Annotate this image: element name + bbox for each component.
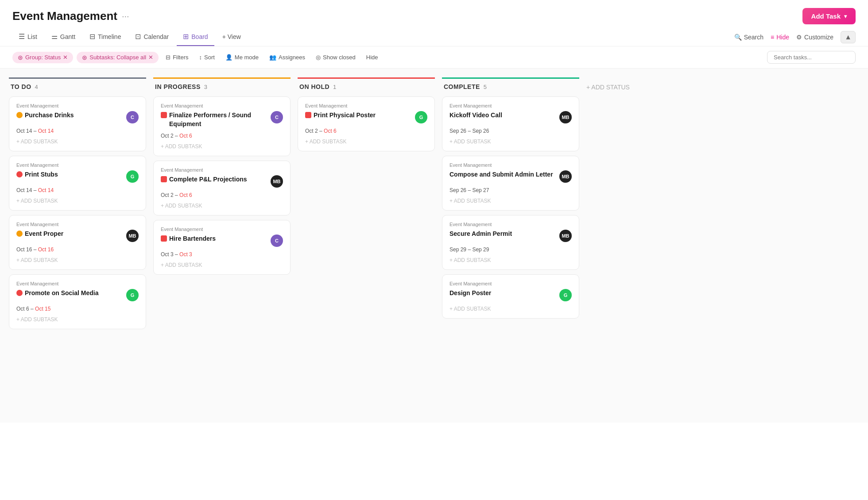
date-end: Oct 6 [179, 133, 192, 139]
add-subtask-button[interactable]: + ADD SUBTASK [161, 203, 283, 209]
add-task-button[interactable]: Add Task ▾ [802, 8, 856, 24]
more-icon[interactable]: ··· [122, 11, 129, 21]
card-title-row: Print Stubs G [16, 170, 139, 183]
date-end: Oct 16 [38, 246, 54, 253]
column-inprogress: IN PROGRESS 3 Event Management Finalize … [153, 77, 291, 414]
date-separator: – [34, 246, 38, 253]
status-dot-red [305, 112, 311, 118]
hide-toolbar-button[interactable]: Hide [363, 52, 382, 63]
column-todo: TO DO 4 Event Management Purchase Drinks… [9, 77, 146, 414]
page-title: Event Management [12, 9, 117, 23]
avatar: G [126, 289, 139, 301]
collapse-button[interactable]: ▲ [841, 31, 856, 43]
add-subtask-button[interactable]: + ADD SUBTASK [450, 306, 572, 312]
task-card[interactable]: Event Management Complete P&L Projection… [153, 161, 291, 215]
date-end: Sep 26 [472, 128, 489, 134]
task-card[interactable]: Event Management Finalize Performers / S… [153, 96, 291, 156]
column-count-complete: 5 [484, 84, 487, 90]
card-title-text: Finalize Performers / Sound Equipment [169, 111, 267, 128]
task-card[interactable]: Event Management Event Proper MB Oct 16 … [9, 215, 146, 270]
show-closed-button[interactable]: ◎ Show closed [312, 52, 359, 63]
tab-list-label: List [27, 33, 37, 40]
task-card[interactable]: Event Management Compose and Submit Admi… [442, 156, 579, 211]
task-card[interactable]: Event Management Print Physical Poster G… [298, 96, 435, 151]
date-end: Sep 29 [472, 246, 489, 253]
date-separator: – [175, 251, 179, 258]
tab-calendar[interactable]: ⊡ Calendar [129, 28, 175, 46]
card-title: Purchase Drinks [16, 111, 74, 120]
tab-board[interactable]: ⊞ Board [177, 28, 214, 46]
tab-timeline[interactable]: ⊟ Timeline [83, 28, 127, 46]
search-button[interactable]: 🔍 Search [734, 34, 763, 41]
card-title-text: Compose and Submit Admin Letter [450, 170, 553, 179]
assignees-label: Assignees [279, 54, 305, 61]
sort-icon: ↕ [199, 54, 202, 61]
card-title-row: Hire Bartenders C [161, 235, 283, 247]
add-status-button[interactable]: + ADD STATUS [586, 84, 630, 91]
card-dates: Oct 3 – Oct 3 [161, 251, 283, 258]
card-project: Event Management [16, 162, 139, 168]
avatar: MB [126, 230, 139, 242]
assignees-button[interactable]: 👥 Assignees [266, 52, 309, 63]
column-header-todo: TO DO 4 [9, 77, 146, 96]
tab-list[interactable]: ☰ List [12, 28, 43, 46]
calendar-icon: ⊡ [135, 32, 141, 41]
status-dot-red [161, 235, 167, 242]
add-subtask-button[interactable]: + ADD SUBTASK [161, 143, 283, 150]
card-dates: Oct 14 – Oct 14 [16, 128, 139, 134]
card-title-text: Hire Bartenders [169, 235, 216, 243]
tab-calendar-label: Calendar [143, 33, 169, 40]
sort-button[interactable]: ↕ Sort [196, 52, 218, 63]
date-end: Oct 6 [179, 192, 192, 198]
search-icon: 🔍 [734, 34, 742, 41]
add-subtask-button[interactable]: + ADD SUBTASK [450, 257, 572, 263]
card-title-text: Secure Admin Permit [450, 230, 512, 238]
subtasks-chip[interactable]: ⊛ Subtasks: Collapse all ✕ [77, 52, 159, 63]
add-subtask-button[interactable]: + ADD SUBTASK [16, 198, 139, 204]
avatar: MB [559, 170, 572, 183]
card-title-row: Purchase Drinks C [16, 111, 139, 123]
add-subtask-button[interactable]: + ADD SUBTASK [16, 138, 139, 145]
card-title-row: Design Poster G [450, 289, 572, 301]
task-card[interactable]: Event Management Promote on Social Media… [9, 274, 146, 329]
add-subtask-button[interactable]: + ADD SUBTASK [161, 262, 283, 268]
add-subtask-button[interactable]: + ADD SUBTASK [16, 316, 139, 323]
customize-label: Customize [804, 34, 833, 41]
column-complete: COMPLETE 5 Event Management Kickoff Vide… [442, 77, 579, 414]
add-subtask-button[interactable]: + ADD SUBTASK [450, 138, 572, 145]
add-subtask-button[interactable]: + ADD SUBTASK [450, 198, 572, 204]
task-card[interactable]: Event Management Hire Bartenders C Oct 3… [153, 220, 291, 275]
group-status-chip[interactable]: ⊛ Group: Status ✕ [12, 52, 73, 63]
me-mode-label: Me mode [235, 54, 259, 61]
avatar: MB [559, 230, 572, 242]
me-mode-button[interactable]: 👤 Me mode [222, 52, 262, 63]
card-project: Event Management [450, 222, 572, 227]
status-dot-red-circle [16, 171, 23, 177]
card-title-row: Secure Admin Permit MB [450, 230, 572, 242]
task-card[interactable]: Event Management Design Poster G + ADD S… [442, 274, 579, 319]
hide-button[interactable]: ≡ Hide [771, 34, 789, 41]
task-card[interactable]: Event Management Kickoff Video Call MB S… [442, 96, 579, 151]
add-subtask-button[interactable]: + ADD SUBTASK [16, 257, 139, 263]
add-subtask-button[interactable]: + ADD SUBTASK [305, 138, 427, 145]
task-card[interactable]: Event Management Print Stubs G Oct 14 – … [9, 156, 146, 211]
header-left: Event Management ··· [12, 9, 129, 23]
filter-icon: ⊟ [166, 54, 170, 61]
date-end: Oct 15 [35, 306, 50, 312]
search-tasks-input[interactable] [767, 51, 856, 64]
task-card[interactable]: Event Management Secure Admin Permit MB … [442, 215, 579, 270]
filters-button[interactable]: ⊟ Filters [162, 52, 192, 63]
tab-gantt[interactable]: ⚌ Gantt [45, 28, 81, 46]
card-title: Finalize Performers / Sound Equipment [161, 111, 267, 128]
date-separator: – [31, 306, 35, 312]
status-dot-yellow [16, 112, 23, 118]
customize-button[interactable]: ⚙ Customize [796, 34, 833, 41]
hide-toolbar-label: Hide [366, 54, 378, 61]
column-header-inprogress: IN PROGRESS 3 [153, 77, 291, 96]
tab-add-view[interactable]: + View [216, 29, 247, 46]
column-header-onhold: ON HOLD 1 [298, 77, 435, 96]
card-project: Event Management [450, 162, 572, 168]
chip-close-icon: ✕ [63, 54, 68, 61]
timeline-icon: ⊟ [89, 32, 95, 41]
task-card[interactable]: Event Management Purchase Drinks C Oct 1… [9, 96, 146, 151]
